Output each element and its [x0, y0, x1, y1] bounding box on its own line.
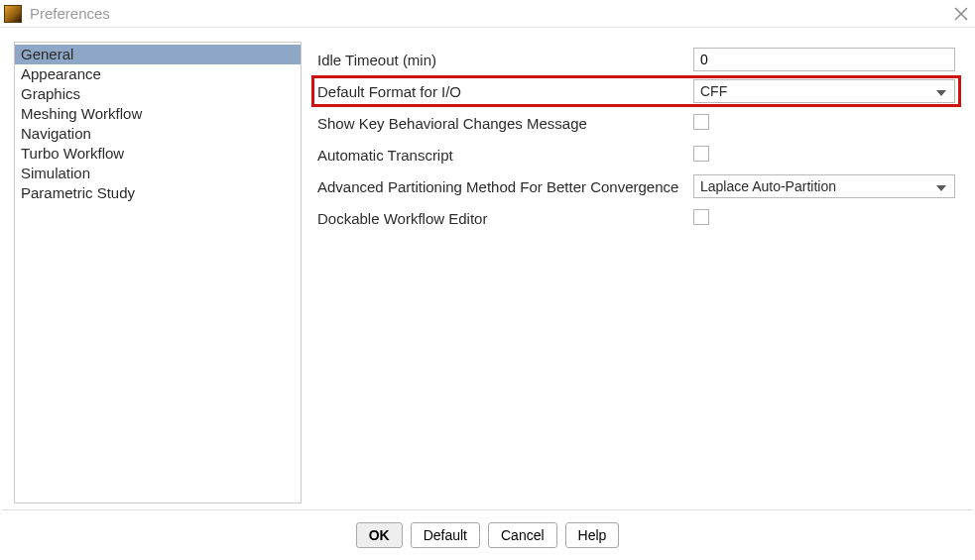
help-button[interactable]: Help — [565, 522, 620, 548]
select-advanced-partition[interactable]: Laplace Auto-Partition — [693, 174, 955, 198]
sidebar-item-label: Turbo Workflow — [21, 145, 124, 162]
button-bar: OK Default Cancel Help — [0, 510, 975, 560]
app-icon — [4, 5, 22, 23]
close-icon — [953, 6, 969, 22]
default-button[interactable]: Default — [411, 522, 480, 548]
row-default-format: Default Format for I/O CFF — [311, 75, 961, 107]
titlebar: Preferences — [0, 0, 975, 28]
sidebar-item-meshing-workflow[interactable]: Meshing Workflow — [15, 104, 301, 124]
row-key-behavioral: Show Key Behavioral Changes Message — [311, 107, 961, 139]
category-sidebar: General Appearance Graphics Meshing Work… — [14, 42, 302, 504]
sidebar-item-navigation[interactable]: Navigation — [15, 124, 301, 144]
close-button[interactable] — [953, 6, 969, 22]
sidebar-item-label: General — [21, 46, 73, 62]
ok-button[interactable]: OK — [356, 522, 403, 548]
label-auto-transcript: Automatic Transcript — [311, 147, 693, 164]
sidebar-item-parametric-study[interactable]: Parametric Study — [15, 183, 301, 203]
row-dockable-workflow: Dockable Workflow Editor — [311, 202, 961, 234]
select-value: CFF — [700, 83, 936, 99]
chevron-down-icon — [936, 178, 946, 194]
sidebar-item-label: Graphics — [21, 85, 80, 102]
select-value: Laplace Auto-Partition — [700, 178, 936, 194]
sidebar-item-general[interactable]: General — [15, 45, 301, 64]
sidebar-item-label: Parametric Study — [21, 184, 135, 201]
checkbox-dockable-workflow[interactable] — [693, 209, 709, 225]
chevron-down-icon — [936, 83, 946, 99]
sidebar-item-graphics[interactable]: Graphics — [15, 84, 301, 104]
label-advanced-partition: Advanced Partitioning Method For Better … — [311, 178, 693, 195]
input-idle-timeout[interactable] — [693, 48, 955, 71]
label-dockable-workflow: Dockable Workflow Editor — [311, 210, 693, 227]
row-auto-transcript: Automatic Transcript — [311, 139, 961, 170]
label-key-behavioral: Show Key Behavioral Changes Message — [311, 115, 693, 132]
checkbox-key-behavioral[interactable] — [693, 114, 709, 130]
row-advanced-partition: Advanced Partitioning Method For Better … — [311, 170, 961, 202]
label-idle-timeout: Idle Timeout (min) — [311, 52, 693, 68]
label-default-format: Default Format for I/O — [311, 83, 693, 100]
row-idle-timeout: Idle Timeout (min) — [311, 44, 961, 75]
sidebar-item-label: Navigation — [21, 125, 91, 142]
settings-form: Idle Timeout (min) Default Format for I/… — [311, 42, 961, 504]
sidebar-item-label: Simulation — [21, 165, 90, 181]
sidebar-item-turbo-workflow[interactable]: Turbo Workflow — [15, 144, 301, 164]
checkbox-auto-transcript[interactable] — [693, 146, 709, 162]
window-title: Preferences — [30, 5, 110, 22]
sidebar-item-appearance[interactable]: Appearance — [15, 64, 301, 84]
sidebar-item-label: Meshing Workflow — [21, 105, 142, 122]
select-default-format[interactable]: CFF — [693, 79, 955, 103]
cancel-button[interactable]: Cancel — [488, 522, 557, 548]
sidebar-item-label: Appearance — [21, 65, 101, 82]
sidebar-item-simulation[interactable]: Simulation — [15, 164, 301, 183]
